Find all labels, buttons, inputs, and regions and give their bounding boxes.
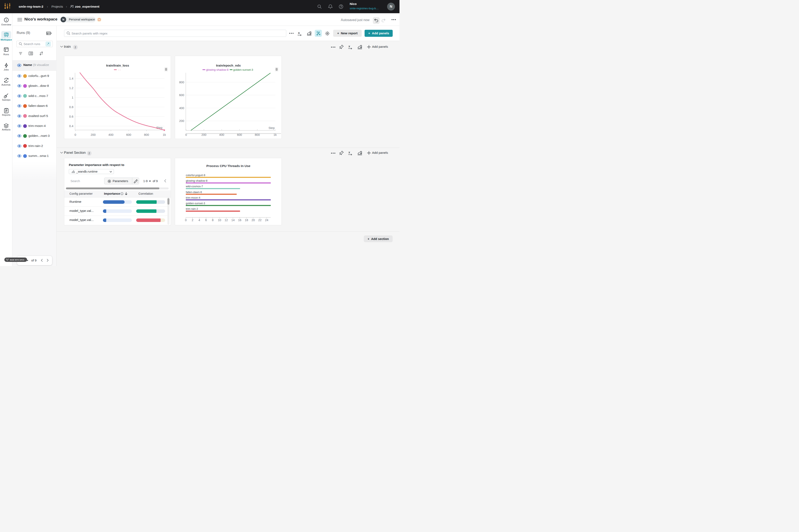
svg-text:0: 0 — [185, 218, 187, 222]
svg-text:trim-rain-2: trim-rain-2 — [186, 207, 198, 210]
svg-text:8: 8 — [212, 218, 213, 222]
svg-text:glowing-shadow-8: glowing-shadow-8 — [206, 68, 229, 71]
svg-text:colorful-yogurt-9: colorful-yogurt-9 — [186, 173, 205, 176]
svg-text:1.4: 1.4 — [69, 77, 73, 80]
svg-text:400: 400 — [179, 106, 184, 110]
svg-text:400: 400 — [108, 133, 113, 136]
svg-text:wild-cosmos-7: wild-cosmos-7 — [186, 185, 203, 188]
svg-text:800: 800 — [179, 80, 184, 84]
svg-text:0.6: 0.6 — [69, 115, 73, 118]
svg-text:golden-sunset-3: golden-sunset-3 — [186, 202, 205, 205]
svg-text:fallen-dawn-6: fallen-dawn-6 — [186, 190, 202, 193]
svg-text:Step: Step — [268, 126, 275, 130]
svg-text:600: 600 — [179, 93, 184, 97]
svg-text:1k: 1k — [163, 133, 166, 136]
svg-text:800: 800 — [144, 133, 149, 136]
svg-text:2: 2 — [192, 218, 193, 222]
svg-text:0.8: 0.8 — [69, 105, 73, 109]
svg-text:16: 16 — [238, 218, 241, 222]
svg-text:200: 200 — [179, 119, 184, 122]
svg-text:4: 4 — [198, 218, 200, 222]
svg-text:0.4: 0.4 — [69, 125, 73, 128]
svg-text:24: 24 — [265, 218, 268, 222]
svg-text:400: 400 — [219, 133, 224, 136]
svg-text:0: 0 — [185, 133, 187, 136]
svg-text:10: 10 — [218, 218, 221, 222]
svg-text:: -: : - — [118, 68, 121, 71]
svg-text:800: 800 — [255, 133, 260, 136]
svg-text:glowing-shadow-8: glowing-shadow-8 — [186, 179, 208, 182]
svg-text:200: 200 — [201, 133, 206, 136]
svg-text:0: 0 — [74, 133, 76, 136]
svg-text:18: 18 — [245, 218, 248, 222]
svg-text:14: 14 — [231, 218, 234, 222]
svg-text:12: 12 — [225, 218, 228, 222]
svg-text:Process CPU Threads In Use: Process CPU Threads In Use — [207, 164, 250, 167]
svg-text:600: 600 — [126, 133, 131, 136]
svg-text:trim-moon-4: trim-moon-4 — [186, 196, 200, 199]
svg-text:1: 1 — [72, 96, 73, 99]
svg-text:1.2: 1.2 — [69, 86, 73, 90]
svg-text:1k: 1k — [273, 133, 277, 136]
svg-text:600: 600 — [237, 133, 242, 136]
svg-text:6: 6 — [205, 218, 207, 222]
svg-text:train/epoch_ndx: train/epoch_ndx — [216, 64, 241, 67]
svg-text:golden-sunset-3: golden-sunset-3 — [233, 68, 253, 71]
svg-text:train/train_loss: train/train_loss — [106, 64, 129, 67]
svg-text:200: 200 — [91, 133, 95, 136]
svg-text:22: 22 — [258, 218, 262, 222]
svg-text:20: 20 — [251, 218, 255, 222]
